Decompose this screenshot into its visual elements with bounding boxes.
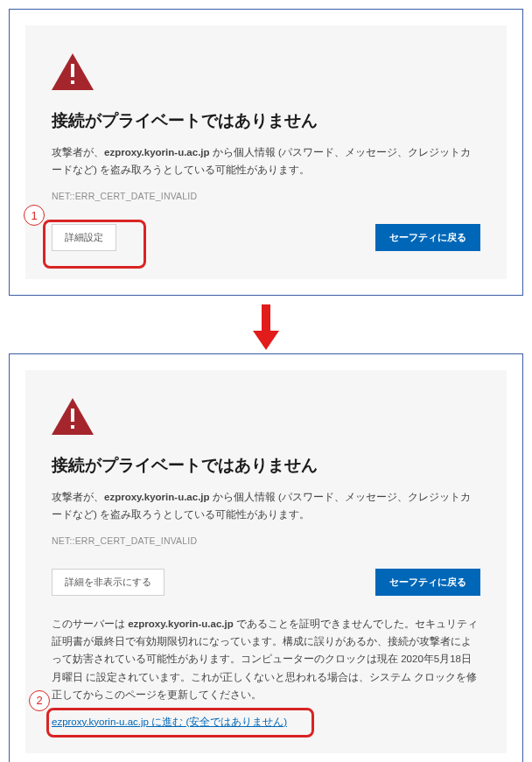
host-name: ezproxy.kyorin-u.ac.jp (104, 492, 210, 502)
button-row: 詳細を非表示にする セーフティに戻る (52, 569, 480, 596)
hide-details-button[interactable]: 詳細を非表示にする (52, 569, 164, 596)
svg-marker-4 (253, 331, 279, 350)
callout-number-2: 2 (29, 690, 50, 711)
svg-rect-1 (71, 64, 74, 77)
page-title: 接続がプライベートではありません (52, 454, 480, 477)
back-to-safety-button[interactable]: セーフティに戻る (375, 569, 480, 596)
panel-1-body: 接続がプライベートではありません 攻撃者が、ezproxy.kyorin-u.a… (25, 25, 507, 279)
down-arrow-icon (9, 303, 523, 353)
svg-rect-3 (262, 304, 270, 332)
detail-prefix: このサーバーは (52, 619, 128, 629)
detail-suffix: であることを証明できませんでした。セキュリティ証明書が最終日で有効期限切れになっ… (52, 619, 478, 700)
warning-body-text: 攻撃者が、ezproxy.kyorin-u.ac.jp から個人情報 (パスワー… (52, 144, 480, 178)
advanced-button[interactable]: 詳細設定 (52, 224, 116, 251)
warning-panel-1: 接続がプライベートではありません 攻撃者が、ezproxy.kyorin-u.a… (9, 9, 523, 296)
body-prefix: 攻撃者が、 (52, 492, 104, 502)
detail-text: このサーバーは ezproxy.kyorin-u.ac.jp であることを証明で… (52, 615, 480, 703)
warning-body-text: 攻撃者が、ezproxy.kyorin-u.ac.jp から個人情報 (パスワー… (52, 489, 480, 523)
warning-triangle-icon (52, 398, 480, 435)
detail-host: ezproxy.kyorin-u.ac.jp (128, 619, 234, 629)
back-to-safety-button[interactable]: セーフティに戻る (375, 224, 480, 251)
callout-number-1: 1 (24, 205, 45, 226)
warning-panel-2: 接続がプライベートではありません 攻撃者が、ezproxy.kyorin-u.a… (9, 353, 523, 762)
error-code: NET::ERR_CERT_DATE_INVALID (52, 191, 480, 201)
host-name: ezproxy.kyorin-u.ac.jp (104, 147, 210, 157)
svg-rect-7 (71, 425, 74, 429)
svg-rect-6 (71, 409, 74, 422)
page-title: 接続がプライベートではありません (52, 109, 480, 132)
error-code: NET::ERR_CERT_DATE_INVALID (52, 535, 480, 546)
panel-2-body: 接続がプライベートではありません 攻撃者が、ezproxy.kyorin-u.a… (25, 370, 507, 753)
button-row: 詳細設定 セーフティに戻る (52, 224, 480, 251)
svg-rect-2 (71, 80, 74, 84)
body-prefix: 攻撃者が、 (52, 147, 104, 157)
proceed-unsafe-link[interactable]: ezproxy.kyorin-u.ac.jp に進む (安全ではありません) (52, 716, 287, 729)
warning-triangle-icon (52, 53, 480, 90)
